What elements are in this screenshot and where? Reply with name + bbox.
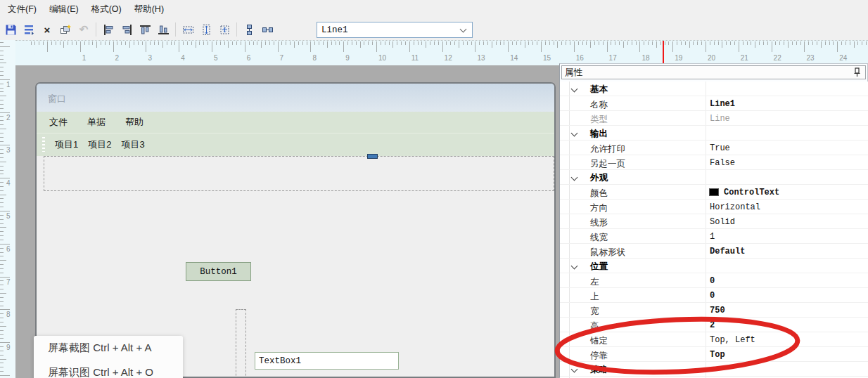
property-row[interactable]: 锚定Top, Left xyxy=(560,332,868,347)
collapse-chevron-icon[interactable] xyxy=(571,130,578,137)
property-row[interactable]: 停靠Top xyxy=(560,347,868,362)
same-size-icon xyxy=(219,24,231,36)
designed-window-toolstrip[interactable]: 项目1项目2项目3 xyxy=(37,133,554,156)
ruler-number: 6 xyxy=(247,54,251,62)
property-row[interactable]: 允许打印True xyxy=(560,141,868,155)
menubar-item-文[interactable]: 文件(F) xyxy=(1,1,43,18)
horizontal-spacing-button[interactable] xyxy=(258,20,276,39)
property-value[interactable]: Line1 xyxy=(710,99,735,109)
property-row[interactable]: 另起一页False xyxy=(560,155,868,170)
property-value[interactable]: ControlText xyxy=(724,188,779,197)
property-value[interactable]: Line xyxy=(710,114,730,124)
designed-window-menustrip[interactable]: 文件单据帮助 xyxy=(37,112,554,133)
property-row[interactable]: 类型Line xyxy=(560,111,868,126)
ruler-tick xyxy=(150,41,151,45)
ruler-tick xyxy=(154,41,155,45)
property-value[interactable]: Top xyxy=(710,350,725,360)
property-value[interactable]: Horizontal xyxy=(710,202,760,212)
property-label: 上 xyxy=(590,291,599,303)
property-value[interactable]: False xyxy=(710,158,735,168)
ruler-number: 1 xyxy=(6,81,11,89)
collapse-chevron-icon[interactable] xyxy=(571,366,578,373)
property-row[interactable]: 鼠标形状Default xyxy=(560,244,868,259)
save-button[interactable] xyxy=(1,20,20,39)
ruler-number: 11 xyxy=(411,54,419,62)
bring-to-front-button[interactable] xyxy=(56,20,75,39)
same-size-button[interactable] xyxy=(215,20,234,39)
property-row[interactable]: 宽750 xyxy=(560,303,868,318)
property-row[interactable]: 名称Line1 xyxy=(560,96,868,111)
property-value[interactable]: 2 xyxy=(710,320,715,330)
context-menu-item[interactable]: 屏幕识图 Ctrl + Alt + O xyxy=(34,360,183,378)
layout-list-button[interactable] xyxy=(20,20,38,39)
object-selector-combobox[interactable]: Line1 xyxy=(317,22,473,38)
align-bottom-button[interactable] xyxy=(154,20,172,39)
ruler-tick xyxy=(0,322,4,322)
design-surface[interactable]: 窗口 文件单据帮助 项目1项目2项目3 Button1 TextBox1 xyxy=(15,65,559,378)
window-toolbar-item[interactable]: 项目1 xyxy=(55,138,78,151)
window-menu-item[interactable]: 文件 xyxy=(49,116,68,129)
ruler-tick xyxy=(146,41,146,52)
designed-window[interactable]: 窗口 文件单据帮助 项目1项目2项目3 Button1 TextBox1 xyxy=(35,82,556,378)
ruler-tick xyxy=(232,41,233,45)
property-row[interactable]: 线形Solid xyxy=(560,214,868,229)
ruler-tick xyxy=(784,41,784,45)
window-toolbar-item[interactable]: 项目2 xyxy=(88,138,111,151)
collapse-chevron-icon[interactable] xyxy=(571,263,578,270)
property-value[interactable]: Default xyxy=(710,247,745,256)
menubar-item-编[interactable]: 编辑(E) xyxy=(43,1,85,18)
ruler-tick xyxy=(582,41,583,45)
designed-button[interactable]: Button1 xyxy=(186,262,251,281)
property-row[interactable]: 线宽1 xyxy=(560,229,868,244)
property-row[interactable]: 方向Horizontal xyxy=(560,200,868,214)
same-width-button[interactable] xyxy=(179,20,197,39)
property-group-header[interactable]: 输出 xyxy=(560,126,868,141)
property-group-header[interactable]: 基本 xyxy=(560,82,868,96)
ruler-tick xyxy=(0,71,4,72)
property-row[interactable]: 颜色ControlText xyxy=(560,185,868,200)
bring-to-front-icon xyxy=(60,24,72,36)
property-row[interactable]: 上0 xyxy=(560,288,868,303)
property-group-header[interactable]: 策略 xyxy=(560,362,868,377)
ruler-tick xyxy=(0,346,4,347)
align-right-button[interactable] xyxy=(117,20,136,39)
property-row[interactable]: 左0 xyxy=(560,273,868,288)
ruler-tick xyxy=(199,41,200,45)
designed-textbox[interactable]: TextBox1 xyxy=(255,352,399,370)
line1-selection-handle[interactable] xyxy=(367,154,378,159)
line1-selection-outline[interactable] xyxy=(44,156,554,191)
property-value[interactable]: True xyxy=(710,143,730,153)
context-menu-item[interactable]: 屏幕截图 Ctrl + Alt + A xyxy=(34,336,183,360)
property-value[interactable]: 1 xyxy=(710,232,715,242)
vertical-line-selection-outline[interactable] xyxy=(236,309,246,378)
property-group-header[interactable]: 外观 xyxy=(560,170,868,185)
undo-button[interactable]: ↶ xyxy=(75,20,93,39)
delete-button[interactable]: × xyxy=(38,20,56,39)
ruler-tick xyxy=(265,41,266,45)
ruler-tick xyxy=(862,41,862,45)
property-label: 名称 xyxy=(590,99,608,111)
window-menu-item[interactable]: 单据 xyxy=(87,116,106,129)
property-value[interactable]: 0 xyxy=(710,276,715,286)
property-group-header[interactable]: 位置 xyxy=(560,259,868,273)
window-menu-item[interactable]: 帮助 xyxy=(125,116,143,129)
collapse-chevron-icon[interactable] xyxy=(571,86,578,93)
toolbar-separator xyxy=(175,22,176,37)
vertical-spacing-button[interactable] xyxy=(240,20,258,39)
property-value[interactable]: Top, Left xyxy=(710,335,755,345)
property-value[interactable]: 0 xyxy=(710,291,715,301)
collapse-chevron-icon[interactable] xyxy=(571,174,578,181)
properties-panel-header: 属性 xyxy=(561,65,866,79)
menubar-item-格[interactable]: 格式(O) xyxy=(85,1,128,18)
pin-icon[interactable] xyxy=(853,67,861,77)
window-toolbar-item[interactable]: 项目3 xyxy=(121,138,144,151)
ruler-tick xyxy=(454,41,455,45)
same-height-button[interactable] xyxy=(197,20,215,39)
property-value[interactable]: 750 xyxy=(710,306,725,315)
property-value[interactable]: Solid xyxy=(710,217,735,227)
toolstrip-grip-handle[interactable] xyxy=(42,137,45,152)
property-row[interactable]: 高2 xyxy=(560,318,868,332)
align-left-button[interactable] xyxy=(99,20,117,39)
align-top-button[interactable] xyxy=(136,20,154,39)
menubar-item-帮[interactable]: 帮助(H) xyxy=(128,1,170,18)
